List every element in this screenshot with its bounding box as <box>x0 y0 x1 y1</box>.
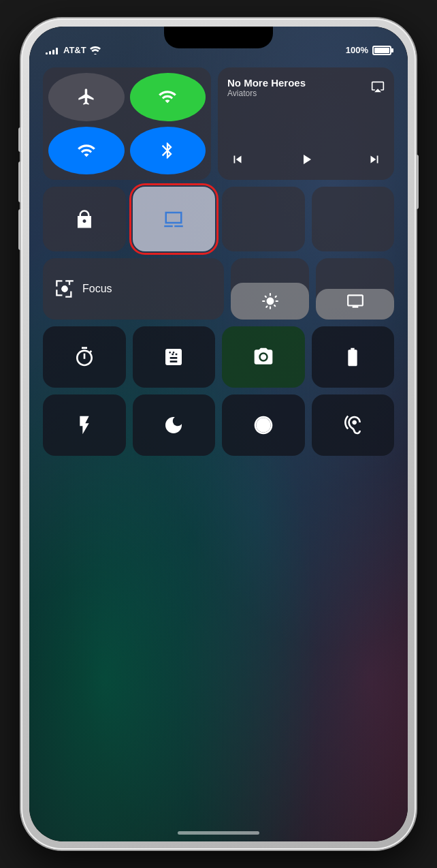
hearing-button[interactable] <box>312 394 395 456</box>
camera-button[interactable] <box>222 326 305 388</box>
volume-up-button[interactable] <box>18 161 21 202</box>
now-playing-artist: Aviators <box>227 89 306 98</box>
focus-button[interactable]: Focus <box>43 258 224 320</box>
cellular-button[interactable] <box>130 73 206 121</box>
screen-record-button[interactable] <box>222 394 305 456</box>
play-pause-button[interactable] <box>298 151 314 170</box>
previous-track-button[interactable] <box>230 152 245 170</box>
brightness-slider[interactable] <box>231 258 309 320</box>
calculator-button[interactable] <box>133 326 216 388</box>
battery-percent-label: 100% <box>346 45 368 55</box>
airplane-mode-button[interactable] <box>48 73 125 121</box>
display-slider[interactable] <box>316 258 394 320</box>
battery-icon <box>372 46 391 55</box>
screen-lock-button[interactable] <box>43 187 126 251</box>
phone-outer: AT&T 100% <box>21 18 416 850</box>
home-indicator[interactable] <box>178 831 259 835</box>
wifi-button[interactable] <box>48 127 125 175</box>
control-center: No More Heroes Aviators <box>43 67 394 807</box>
empty-btn-1 <box>222 187 305 251</box>
volume-down-button[interactable] <box>18 209 21 250</box>
focus-label: Focus <box>82 283 112 295</box>
power-button[interactable] <box>416 155 419 209</box>
now-playing-title: No More Heroes <box>227 77 306 89</box>
airplay-icon[interactable] <box>371 80 385 96</box>
dark-mode-button[interactable] <box>133 394 216 456</box>
bluetooth-button[interactable] <box>130 127 206 175</box>
mute-switch[interactable] <box>18 127 21 152</box>
screen: AT&T 100% <box>29 27 408 841</box>
notch <box>164 27 273 48</box>
connectivity-panel <box>43 67 211 180</box>
screen-mirror-button[interactable] <box>133 187 216 251</box>
now-playing-panel: No More Heroes Aviators <box>218 67 394 180</box>
svg-point-0 <box>256 418 270 432</box>
timer-button[interactable] <box>43 326 126 388</box>
phone-inner: AT&T 100% <box>29 27 408 841</box>
carrier-label: AT&T <box>63 45 86 55</box>
next-track-button[interactable] <box>367 152 382 170</box>
wifi-status-icon <box>90 46 101 55</box>
empty-btn-2 <box>312 187 395 251</box>
battery-status-button[interactable] <box>312 326 395 388</box>
flashlight-button[interactable] <box>43 394 126 456</box>
signal-bars <box>46 46 58 55</box>
